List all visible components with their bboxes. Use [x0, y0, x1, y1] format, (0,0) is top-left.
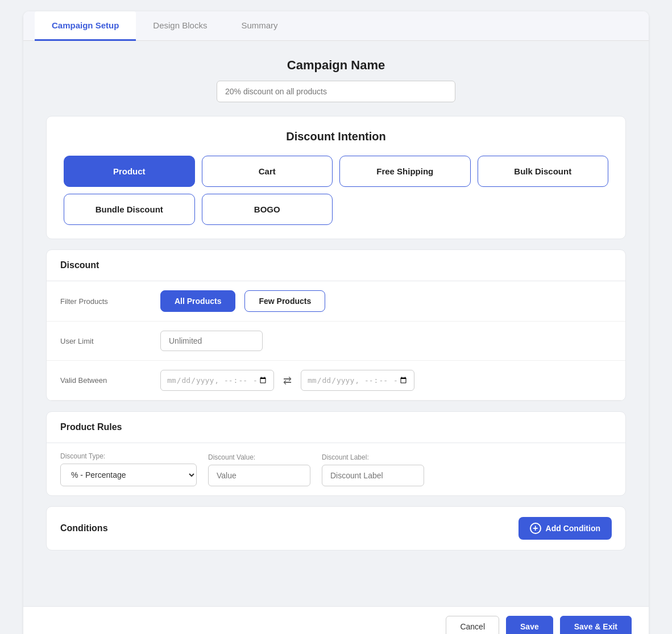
campaign-name-title: Campaign Name	[46, 58, 626, 73]
add-condition-icon: +	[530, 523, 541, 534]
user-limit-input[interactable]	[160, 331, 263, 351]
discount-type-label: Discount Type:	[60, 452, 197, 460]
user-limit-row: User Limit	[47, 322, 625, 361]
valid-to-input[interactable]	[301, 370, 414, 391]
conditions-header: Conditions + Add Condition	[47, 507, 625, 550]
intention-btn-bulk-discount[interactable]: Bulk Discount	[478, 156, 609, 187]
campaign-name-section: Campaign Name	[46, 58, 626, 102]
valid-between-row: Valid Between ⇄	[47, 361, 625, 401]
save-exit-button[interactable]: Save & Exit	[560, 616, 632, 634]
discount-intention-card: Discount Intention Product Cart Free Shi…	[46, 116, 626, 239]
intention-btn-product[interactable]: Product	[64, 156, 195, 187]
discount-value-label: Discount Value:	[208, 453, 310, 461]
tab-design-blocks[interactable]: Design Blocks	[136, 11, 224, 41]
discount-value-field: Discount Value:	[208, 453, 310, 486]
filter-products-row: Filter Products All Products Few Product…	[47, 281, 625, 322]
intention-btn-free-shipping[interactable]: Free Shipping	[339, 156, 471, 187]
product-rules-form: Discount Type: % - Percentage Discount V…	[47, 443, 625, 495]
discount-section-title: Discount	[47, 250, 625, 281]
discount-type-select[interactable]: % - Percentage	[60, 464, 197, 486]
footer: Cancel Save Save & Exit	[23, 606, 649, 634]
intention-btn-bundle-discount[interactable]: Bundle Discount	[64, 194, 195, 225]
filter-few-products-btn[interactable]: Few Products	[244, 290, 325, 312]
tabs-bar: Campaign Setup Design Blocks Summary	[23, 11, 649, 41]
add-condition-label: Add Condition	[546, 524, 600, 533]
product-rules-card: Product Rules Discount Type: % - Percent…	[46, 411, 626, 496]
cancel-button[interactable]: Cancel	[446, 616, 499, 634]
intention-btn-cart[interactable]: Cart	[202, 156, 333, 187]
discount-value-input[interactable]	[208, 465, 310, 486]
discount-card: Discount Filter Products All Products Fe…	[46, 249, 626, 401]
add-condition-button[interactable]: + Add Condition	[518, 517, 612, 540]
tab-campaign-setup[interactable]: Campaign Setup	[35, 11, 136, 41]
product-rules-title: Product Rules	[47, 412, 625, 443]
intention-grid-row1: Product Cart Free Shipping Bulk Discount	[64, 156, 608, 187]
discount-type-field: Discount Type: % - Percentage	[60, 452, 197, 486]
discount-label-label: Discount Label:	[322, 453, 424, 461]
save-button[interactable]: Save	[506, 616, 553, 634]
conditions-card: Conditions + Add Condition	[46, 506, 626, 550]
discount-label-field: Discount Label:	[322, 453, 424, 486]
intention-btn-bogo[interactable]: BOGO	[202, 194, 333, 225]
content-area: Campaign Name Discount Intention Product…	[23, 41, 649, 606]
discount-intention-inner: Discount Intention Product Cart Free Shi…	[47, 116, 625, 239]
campaign-name-input[interactable]	[217, 81, 455, 102]
user-limit-label: User Limit	[60, 337, 151, 345]
conditions-title: Conditions	[60, 523, 108, 533]
arrows-icon: ⇄	[283, 374, 292, 387]
discount-label-input[interactable]	[322, 465, 424, 486]
intention-grid-row2: Bundle Discount BOGO	[64, 194, 608, 225]
valid-from-input[interactable]	[160, 370, 274, 391]
discount-intention-title: Discount Intention	[64, 130, 608, 143]
filter-products-label: Filter Products	[60, 297, 151, 306]
valid-between-label: Valid Between	[60, 376, 151, 385]
tab-summary[interactable]: Summary	[224, 11, 294, 41]
main-container: Campaign Setup Design Blocks Summary Cam…	[23, 11, 649, 634]
filter-all-products-btn[interactable]: All Products	[160, 290, 235, 312]
